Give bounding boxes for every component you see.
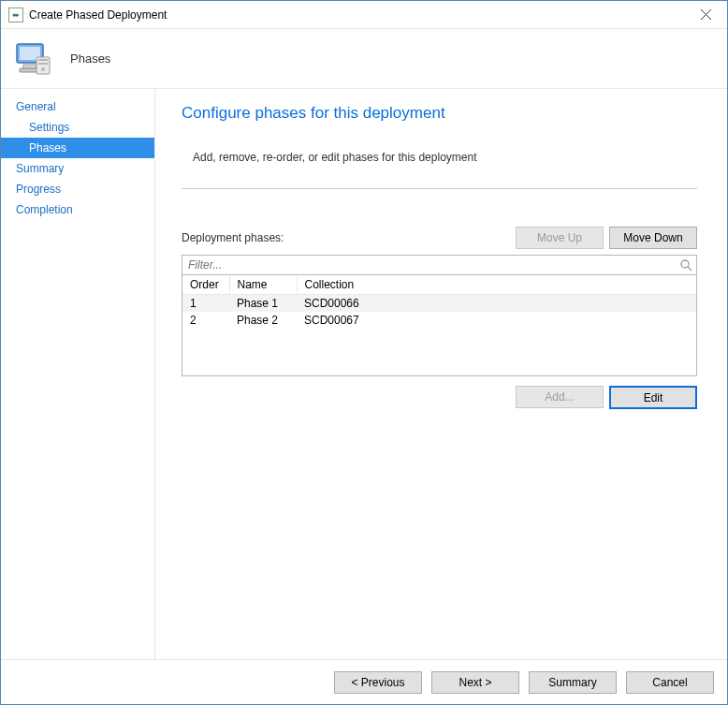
filter-box bbox=[182, 255, 697, 275]
col-name[interactable]: Name bbox=[229, 275, 297, 295]
sidebar-item-settings[interactable]: Settings bbox=[1, 117, 154, 138]
next-button[interactable]: Next > bbox=[431, 671, 519, 694]
table-row[interactable]: 2 Phase 2 SCD00067 bbox=[182, 312, 696, 329]
wizard-header: Phases bbox=[1, 29, 727, 89]
search-icon[interactable] bbox=[676, 256, 696, 274]
cell-collection: SCD00066 bbox=[297, 295, 696, 313]
titlebar: ⬌ Create Phased Deployment bbox=[1, 1, 727, 29]
close-icon bbox=[701, 9, 711, 20]
wizard-footer: < Previous Next > Summary Cancel bbox=[1, 659, 727, 704]
svg-point-10 bbox=[681, 260, 689, 268]
previous-button[interactable]: < Previous bbox=[334, 671, 422, 694]
close-button[interactable] bbox=[685, 1, 727, 29]
phases-table: Order Name Collection 1 Phase 1 SCD00066… bbox=[182, 275, 697, 376]
summary-button[interactable]: Summary bbox=[529, 671, 617, 694]
svg-rect-8 bbox=[38, 63, 48, 65]
page-heading: Configure phases for this deployment bbox=[182, 104, 697, 123]
sidebar-item-summary[interactable]: Summary bbox=[1, 158, 154, 179]
wizard-content: Configure phases for this deployment Add… bbox=[155, 89, 727, 659]
app-icon: ⬌ bbox=[8, 7, 23, 22]
cell-name: Phase 1 bbox=[229, 295, 297, 313]
cell-order: 2 bbox=[182, 312, 229, 329]
sidebar-item-phases[interactable]: Phases bbox=[1, 138, 154, 158]
wizard-step-name: Phases bbox=[70, 51, 110, 66]
table-row[interactable]: 1 Phase 1 SCD00066 bbox=[182, 295, 696, 313]
divider bbox=[182, 188, 697, 189]
svg-point-9 bbox=[41, 67, 45, 71]
cell-name: Phase 2 bbox=[229, 312, 297, 329]
move-up-button: Move Up bbox=[516, 227, 604, 249]
table-header-row: Order Name Collection bbox=[182, 275, 696, 295]
filter-input[interactable] bbox=[182, 256, 676, 274]
move-down-button[interactable]: Move Down bbox=[609, 227, 697, 249]
svg-line-11 bbox=[688, 267, 692, 271]
svg-rect-4 bbox=[23, 65, 36, 68]
monitor-icon bbox=[14, 42, 51, 76]
cell-order: 1 bbox=[182, 295, 229, 313]
wizard-sidebar: General Settings Phases Summary Progress… bbox=[1, 89, 155, 659]
page-instruction: Add, remove, re-order, or edit phases fo… bbox=[193, 151, 697, 164]
sidebar-item-progress[interactable]: Progress bbox=[1, 179, 154, 199]
cancel-button[interactable]: Cancel bbox=[626, 671, 714, 694]
window-title: Create Phased Deployment bbox=[29, 8, 685, 22]
edit-button[interactable]: Edit bbox=[609, 386, 697, 409]
cell-collection: SCD00067 bbox=[297, 312, 696, 329]
col-order[interactable]: Order bbox=[182, 275, 229, 295]
sidebar-item-completion[interactable]: Completion bbox=[1, 199, 154, 220]
phases-label: Deployment phases: bbox=[182, 231, 510, 244]
svg-rect-7 bbox=[38, 59, 48, 61]
sidebar-item-general[interactable]: General bbox=[1, 96, 154, 117]
add-button: Add... bbox=[516, 386, 604, 408]
col-collection[interactable]: Collection bbox=[297, 275, 696, 295]
